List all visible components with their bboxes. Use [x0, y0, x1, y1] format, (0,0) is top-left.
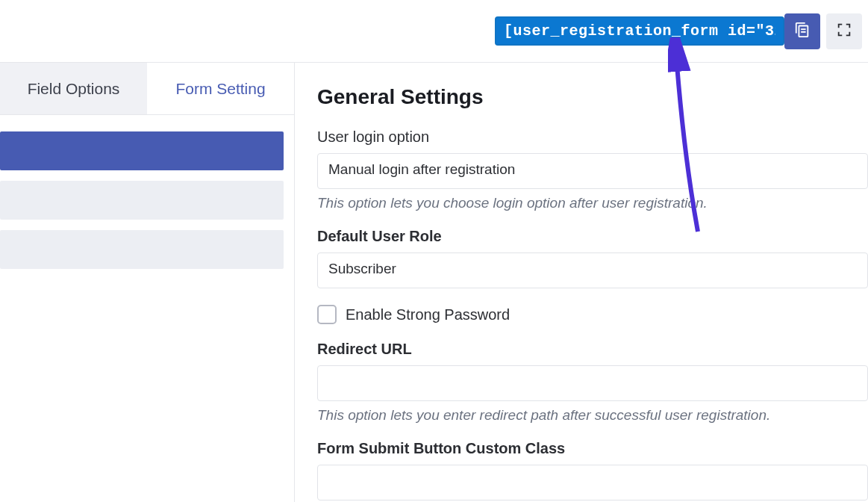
page-title: General Settings [317, 85, 868, 109]
enable-strong-password-checkbox[interactable] [317, 305, 337, 324]
sidebar-item[interactable] [0, 131, 284, 170]
content-area: Field Options Form Setting General Setti… [0, 63, 868, 502]
field-label: Redirect URL [317, 341, 868, 358]
sidebar-list [0, 115, 294, 269]
top-bar [0, 0, 868, 63]
field-label: Form Submit Button Custom Class [317, 440, 868, 457]
field-default-user-role: Default User Role Subscriber [317, 228, 868, 288]
main-panel: General Settings User login option Manua… [295, 63, 868, 502]
sidebar: Field Options Form Setting [0, 63, 295, 502]
tab-field-options[interactable]: Field Options [0, 63, 147, 114]
default-user-role-select[interactable]: Subscriber [317, 252, 868, 288]
redirect-url-input[interactable] [317, 365, 868, 401]
field-hint: This option lets you choose login option… [317, 195, 868, 211]
field-label: Default User Role [317, 228, 868, 245]
form-submit-button-class-input[interactable] [317, 465, 868, 501]
tab-form-setting[interactable]: Form Setting [147, 63, 294, 114]
clipboard-icon [794, 22, 811, 40]
sidebar-item[interactable] [0, 230, 284, 269]
user-login-select[interactable]: Manual login after registration [317, 153, 868, 189]
sidebar-item[interactable] [0, 181, 284, 220]
checkbox-label: Enable Strong Password [346, 306, 510, 323]
field-label: User login option [317, 128, 868, 146]
field-hint: This option lets you enter redirect path… [317, 407, 868, 424]
field-enable-strong-password: Enable Strong Password [317, 305, 868, 324]
copy-shortcode-button[interactable] [784, 13, 820, 49]
field-user-login-option: User login option Manual login after reg… [317, 128, 868, 211]
fullscreen-button[interactable] [826, 13, 862, 49]
fullscreen-icon [836, 22, 852, 40]
sidebar-tabs: Field Options Form Setting [0, 63, 294, 115]
field-form-submit-button-class: Form Submit Button Custom Class [317, 440, 868, 501]
shortcode-input[interactable] [495, 16, 784, 46]
field-redirect-url: Redirect URL This option lets you enter … [317, 341, 868, 424]
